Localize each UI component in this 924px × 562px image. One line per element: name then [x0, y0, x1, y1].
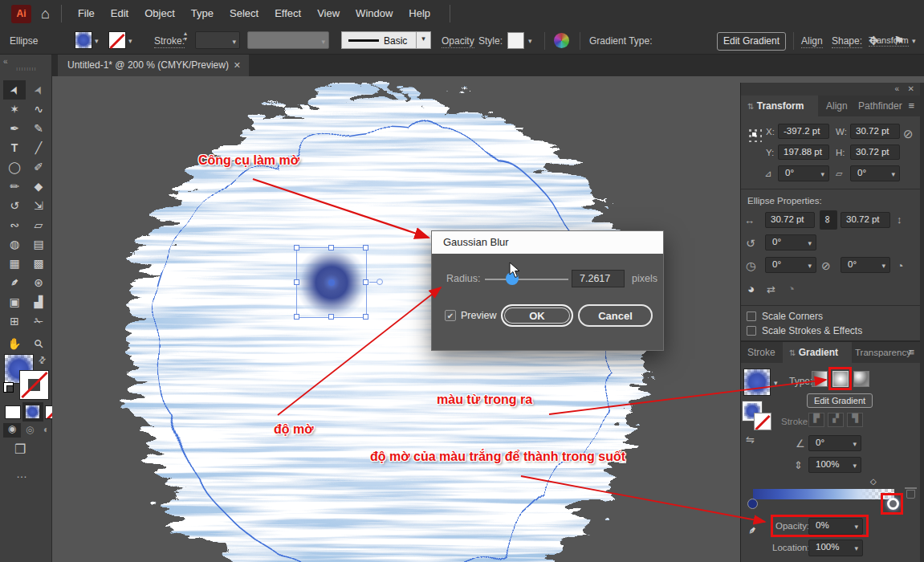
default-fill-stroke-icon[interactable]: [3, 382, 14, 393]
perspective-grid-tool[interactable]: ▤: [27, 234, 50, 254]
zoom-tool[interactable]: ⚲: [27, 334, 50, 353]
selection-handle[interactable]: [363, 245, 368, 250]
chevron-down-icon[interactable]: ▾: [95, 37, 99, 45]
stop-location-select[interactable]: 100%▾: [808, 540, 863, 556]
stroke-proxy-swatch[interactable]: [19, 370, 49, 400]
menu-effect[interactable]: Effect: [267, 0, 309, 27]
chevron-down-icon[interactable]: ▾: [128, 37, 132, 45]
gradient-button[interactable]: [22, 402, 43, 422]
menu-type[interactable]: Type: [183, 0, 222, 27]
stroke-along-button[interactable]: ▞: [828, 413, 844, 427]
ellipse-angle-select[interactable]: 0°▾: [765, 234, 816, 250]
gradient-freeform-button[interactable]: [853, 371, 869, 387]
free-transform-tool[interactable]: ▱: [27, 215, 50, 234]
menu-select[interactable]: Select: [222, 0, 267, 27]
gradient-stop-start[interactable]: [747, 499, 758, 509]
eraser-tool[interactable]: ◆: [27, 177, 50, 196]
constrain-proportions-icon[interactable]: ⊘: [903, 127, 914, 141]
tab-pathfinder[interactable]: Pathfinder: [858, 96, 902, 116]
x-value-input[interactable]: -397.2 pt: [778, 124, 829, 139]
collapse-panels-icon[interactable]: «: [894, 84, 898, 93]
pencil-tool[interactable]: ✏: [3, 177, 26, 196]
symbol-sprayer-tool[interactable]: ▣: [3, 292, 26, 312]
stroke-within-button[interactable]: ▛: [808, 413, 824, 427]
line-segment-tool[interactable]: ╱: [27, 138, 50, 157]
ellipse-width-input[interactable]: 30.72 pt: [765, 212, 815, 228]
tab-stroke[interactable]: Stroke: [747, 342, 775, 363]
menu-file[interactable]: File: [70, 0, 103, 27]
rotate-tool[interactable]: ↺: [3, 196, 26, 215]
menu-window[interactable]: Window: [348, 0, 401, 27]
stroke-color-swatch[interactable]: [108, 31, 126, 49]
tab-gradient[interactable]: ⇅ Gradient: [783, 342, 852, 363]
preview-checkbox[interactable]: ✔: [445, 310, 456, 321]
panel-menu-icon[interactable]: ≡: [908, 100, 914, 112]
stroke-weight-label[interactable]: Stroke:: [154, 35, 185, 48]
scale-corners-checkbox[interactable]: [747, 312, 756, 321]
y-value-input[interactable]: 197.88 pt: [778, 145, 829, 160]
shape-label[interactable]: Shape:: [832, 35, 862, 48]
gradient-midpoint-marker[interactable]: ◇: [870, 477, 877, 486]
selection-handle[interactable]: [294, 314, 299, 320]
edit-gradient-button-panel[interactable]: Edit Gradient: [807, 393, 873, 408]
panel-grip[interactable]: ıııııııı: [16, 65, 37, 72]
swap-fill-stroke-icon[interactable]: ⇄: [36, 354, 49, 367]
recolor-artwork-icon[interactable]: [554, 33, 569, 48]
pen-tool[interactable]: ✒: [3, 119, 26, 138]
scale-strokes-checkbox[interactable]: [747, 326, 756, 336]
delete-stop-icon[interactable]: [906, 490, 915, 499]
close-tab-icon[interactable]: ✕: [234, 55, 241, 76]
curvature-tool[interactable]: ✎: [27, 119, 50, 138]
ellipse-tool[interactable]: ◯: [3, 157, 26, 177]
reference-point-selector[interactable]: [747, 127, 762, 142]
panel-menu-icon[interactable]: ≡: [908, 346, 914, 358]
app-logo-icon[interactable]: Ai: [11, 5, 31, 23]
edit-gradient-button[interactable]: Edit Gradient: [717, 32, 786, 51]
scale-tool[interactable]: ⇲: [27, 196, 50, 215]
pie-start-select[interactable]: 0°▾: [765, 257, 816, 273]
invert-pie-icon[interactable]: ⇄: [767, 283, 775, 295]
stroke-proxy-mini[interactable]: [754, 413, 771, 430]
selection-handle[interactable]: [328, 245, 334, 250]
close-panel-icon[interactable]: ✕: [908, 84, 914, 93]
eyedropper-tool[interactable]: ✒: [3, 273, 26, 292]
tab-transparency[interactable]: Transparency: [855, 342, 911, 363]
collapse-panel-icon[interactable]: «: [3, 57, 6, 66]
hand-tool[interactable]: ✋: [3, 334, 26, 353]
menu-view[interactable]: View: [309, 0, 348, 27]
chevron-down-icon[interactable]: ▾: [912, 37, 916, 45]
selection-handle[interactable]: [328, 314, 334, 320]
draw-inside-mode-button[interactable]: ◐: [43, 424, 49, 435]
color-button[interactable]: [5, 405, 21, 419]
selection-tool[interactable]: ➤: [3, 80, 26, 100]
dialog-title[interactable]: Gaussian Blur: [432, 231, 663, 254]
direct-selection-tool[interactable]: ➤: [27, 80, 50, 100]
arrange-documents-icon[interactable]: ✥: [869, 34, 879, 48]
menu-object[interactable]: Object: [136, 0, 183, 27]
selection-center-point[interactable]: [328, 279, 335, 286]
ok-button[interactable]: OK: [501, 304, 573, 327]
brush-select-chevron[interactable]: ▾: [417, 31, 431, 49]
paintbrush-tool[interactable]: ✐: [27, 157, 50, 177]
stroke-across-button[interactable]: ▜: [847, 413, 863, 427]
stroke-weight-select[interactable]: ▾: [195, 31, 240, 49]
artboard-tool[interactable]: ⊞: [3, 312, 26, 331]
draw-behind-mode-button[interactable]: ◎: [26, 424, 34, 435]
mesh-tool[interactable]: ▦: [3, 254, 26, 273]
brush-definition-select[interactable]: Basic: [341, 31, 417, 49]
width-tool[interactable]: ∾: [3, 215, 26, 234]
type-tool[interactable]: T: [3, 138, 26, 157]
live-shape-widget-handle[interactable]: [377, 279, 383, 285]
cancel-button[interactable]: Cancel: [578, 304, 653, 327]
ellipse-height-input[interactable]: 30.72 pt: [841, 212, 890, 228]
w-value-input[interactable]: 30.72 pt: [850, 124, 900, 139]
aspect-ratio-select[interactable]: 100%▾: [808, 457, 861, 473]
gradient-linear-button[interactable]: [812, 371, 828, 387]
tab-align[interactable]: Align: [826, 96, 848, 116]
magic-wand-tool[interactable]: ✶: [3, 100, 26, 119]
selection-handle[interactable]: [294, 279, 299, 285]
opacity-label[interactable]: Opacity: [442, 35, 474, 48]
fill-color-swatch[interactable]: [75, 31, 92, 49]
rotate-select[interactable]: 0°▾: [778, 165, 829, 181]
slice-tool[interactable]: ✁: [27, 312, 50, 331]
